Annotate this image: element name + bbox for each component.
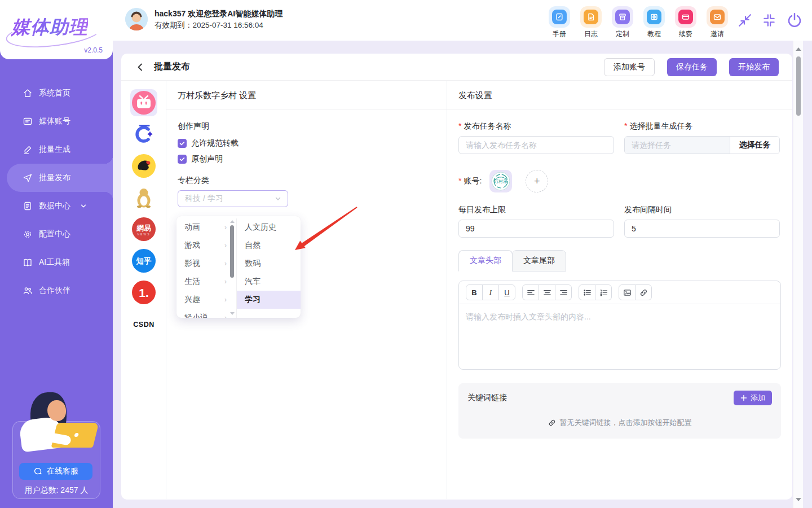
checkbox-original-statement[interactable]: 原创声明 — [178, 153, 435, 165]
exit-fullscreen-icon[interactable] — [738, 13, 752, 28]
cascader-option-renwenlishi[interactable]: 人文历史 — [237, 218, 301, 237]
page-header: 批量发布 添加账号 保存任务 开始发布 — [121, 54, 792, 81]
sidebar-item-media-accounts[interactable]: 媒体账号 — [0, 107, 113, 135]
checkbox-allow-repost[interactable]: 允许规范转载 — [178, 137, 435, 150]
save-task-button[interactable]: 保存任务 — [667, 58, 717, 76]
insert-image-button[interactable] — [619, 284, 636, 300]
sidebar-item-ai-toolbox[interactable]: AI工具箱 — [0, 248, 113, 277]
align-right-button[interactable] — [555, 284, 572, 300]
chat-icon — [33, 467, 42, 476]
quicklink-manual[interactable]: 手册 — [548, 6, 571, 39]
platform-netease[interactable]: 網易NEWS — [130, 216, 157, 243]
user-avatar[interactable] — [125, 8, 148, 30]
add-account-plus-button[interactable]: + — [526, 170, 548, 192]
expiry-text: 有效期到：2025-07-31 16:56:04 — [155, 20, 283, 30]
category-select[interactable]: 科技 / 学习 — [178, 190, 288, 207]
insert-link-button[interactable] — [635, 284, 652, 300]
zhihu-logo-text: 知乎 — [135, 257, 152, 265]
sidebar-item-batch-publish[interactable]: 批量发布 — [7, 164, 113, 192]
illustration-face — [47, 400, 66, 421]
scroll-up-arrow[interactable] — [230, 220, 235, 223]
ordered-list-button[interactable] — [595, 284, 612, 300]
chevron-right-icon: › — [224, 314, 227, 318]
pencil-icon — [23, 144, 33, 155]
cascader-scroll-thumb[interactable] — [230, 225, 234, 278]
batch-task-input[interactable] — [625, 137, 730, 154]
chevron-down-icon — [274, 195, 282, 203]
sidebar-item-data-center[interactable]: 数据中心 — [0, 192, 113, 220]
invite-icon — [710, 10, 725, 24]
chevron-right-icon: › — [224, 278, 227, 286]
sidebar-item-partners[interactable]: 合作伙伴 — [0, 277, 113, 305]
platform-bird-news[interactable] — [130, 152, 157, 179]
quicklink-log[interactable]: 日志 — [580, 6, 602, 39]
netease-logo-sub: NEWS — [137, 233, 150, 236]
scroll-down-arrow[interactable] — [230, 312, 235, 315]
tab-article-footer[interactable]: 文章尾部 — [512, 250, 566, 271]
bullet-list-button[interactable] — [579, 284, 595, 300]
cascader-level2: 人文历史 自然 数码 汽车 学习 — [236, 218, 301, 318]
add-account-button[interactable]: 添加账号 — [604, 58, 655, 76]
sidebar-item-home[interactable]: 系统首页 — [0, 79, 113, 107]
cascader-option-donghua[interactable]: 动画› — [176, 218, 228, 237]
quicklink-custom[interactable]: 定制 — [611, 6, 634, 39]
platform-zhihu[interactable]: 知乎 — [130, 247, 157, 274]
tab-article-header[interactable]: 文章头部 — [458, 250, 513, 271]
sidebar-item-label: 批量生成 — [39, 144, 70, 155]
chevron-right-icon: › — [224, 242, 227, 249]
account-row: *账号: 万村乐 + — [458, 170, 781, 192]
scroll-up-arrow[interactable] — [796, 47, 801, 51]
platform-yidian[interactable]: 1. — [130, 279, 157, 306]
online-service-button[interactable]: 在线客服 — [19, 463, 92, 480]
cascader-option-xingqu[interactable]: 兴趣› — [176, 291, 228, 309]
sidebar-item-batch-generate[interactable]: 批量生成 — [0, 135, 113, 164]
quicklink-tutorial[interactable]: 教程 — [643, 6, 665, 39]
csdn-logo-text: CSDN — [133, 321, 154, 329]
scroll-down-arrow[interactable] — [796, 498, 801, 501]
page-title: 批量发布 — [154, 61, 190, 73]
statement-label: 创作声明 — [178, 121, 435, 132]
logo: 媒体助理 v2.0.5 — [0, 0, 113, 59]
italic-button[interactable]: I — [482, 284, 499, 300]
platform-chuangzuo-c[interactable] — [130, 121, 157, 148]
editor-toolbar: B I U — [459, 281, 780, 304]
account-avatar-text: 万村乐 — [494, 179, 508, 184]
cascader-option-shenghuo[interactable]: 生活› — [176, 273, 228, 291]
start-publish-button[interactable]: 开始发布 — [729, 58, 779, 76]
task-name-input[interactable] — [458, 136, 614, 154]
keywords-add-button[interactable]: 添加 — [734, 391, 772, 405]
daily-limit-input[interactable] — [458, 220, 614, 238]
interval-input[interactable] — [624, 220, 780, 238]
sidebar-item-label: 合作伙伴 — [39, 286, 70, 296]
cascader-option-shuma[interactable]: 数码 — [237, 255, 301, 273]
people-icon — [23, 286, 33, 296]
platform-csdn[interactable]: CSDN — [130, 310, 157, 338]
cascader-option-ziran[interactable]: 自然 — [237, 237, 301, 255]
plus-icon — [740, 395, 747, 401]
article-tabs: 文章头部 文章尾部 — [458, 250, 781, 271]
cascader-option-qiche[interactable]: 汽车 — [237, 273, 301, 291]
cascader-option-youxi[interactable]: 游戏› — [176, 237, 228, 255]
platform-qq-penguin[interactable] — [130, 184, 157, 211]
cascader-option-yingshi[interactable]: 影视› — [176, 255, 228, 273]
main-scrollbar — [793, 41, 803, 508]
platform-bilibili[interactable] — [130, 89, 157, 116]
cascader-option-xuexi-selected[interactable]: 学习 — [237, 291, 301, 309]
quick-links: 手册 日志 定制 教程 — [548, 6, 729, 39]
underline-button[interactable]: U — [498, 284, 515, 300]
editor-body[interactable]: 请输入发布时插入文章头部的内容... — [459, 304, 780, 370]
main-scroll-thumb[interactable] — [796, 56, 801, 116]
collapse-icon[interactable] — [762, 13, 776, 28]
select-task-button[interactable]: 选择任务 — [730, 137, 779, 154]
align-left-button[interactable] — [522, 284, 539, 300]
quicklink-renew[interactable]: 续费 — [674, 6, 697, 39]
account-avatar[interactable]: 万村乐 — [489, 170, 512, 192]
chevron-right-icon: › — [224, 296, 227, 304]
align-center-button[interactable] — [539, 284, 555, 300]
back-button[interactable] — [135, 62, 146, 73]
bold-button[interactable]: B — [466, 284, 483, 300]
quicklink-invite[interactable]: 邀请 — [706, 6, 729, 39]
sidebar-item-config-center[interactable]: 配置中心 — [0, 220, 113, 248]
cascader-option-clipped[interactable]: 轻小说› — [176, 309, 228, 318]
power-icon[interactable] — [786, 12, 803, 29]
